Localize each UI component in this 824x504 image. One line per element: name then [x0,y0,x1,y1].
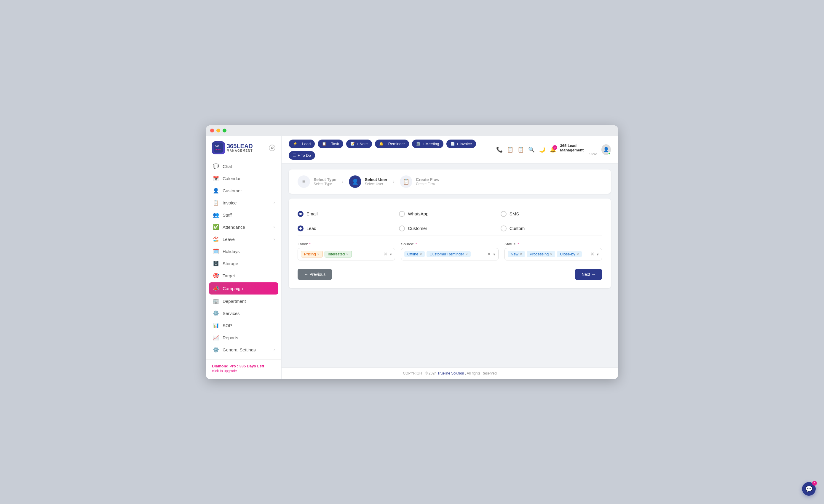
sidebar-item-label: Campaign [223,286,243,291]
sidebar-item-attendance[interactable]: ✅ Attendance › [206,221,281,233]
sidebar-item-leave[interactable]: 🏖️ Leave › [206,233,281,245]
sidebar-item-sop[interactable]: 📊 SOP [206,320,281,332]
storage-icon: 🗄️ [212,260,219,267]
email-option[interactable]: Email [298,211,399,217]
sidebar-item-invoice[interactable]: 📋 Invoice › [206,197,281,209]
services-icon: ⚙️ [212,310,219,317]
tag-close-by-remove[interactable]: × [577,252,579,256]
moon-icon[interactable]: 🌙 [539,146,545,153]
topbar: ⚡ + Lead 📋 + Task 📝 + Note 🔔 + Reminder [282,136,618,163]
sidebar-item-services[interactable]: ⚙️ Services [206,307,281,320]
tag-offline: Offline × [404,251,425,257]
chat-fab-icon: 💬 [805,485,813,492]
status-tag-input[interactable]: New × Processing × Close-by × [505,248,602,260]
avatar[interactable]: 👤 [601,144,611,155]
reminder-label: + Reminder [385,142,405,146]
step-type-icon: ≡ [298,175,310,188]
type-row: Lead Customer Custom [298,221,602,236]
customer-option[interactable]: Customer [399,226,500,231]
sms-label: SMS [510,211,519,216]
todo-icon: ☰ [293,153,296,157]
phone-icon[interactable]: 📞 [496,146,503,153]
minimize-dot[interactable] [216,129,220,132]
notification-badge[interactable]: 🔔 0 [549,146,556,153]
invoice-button[interactable]: 📄 + Invoice [446,140,476,148]
sidebar-item-label: Attendance [223,225,245,230]
sidebar-item-staff[interactable]: 👥 Staff [206,209,281,221]
task-button[interactable]: 📋 + Task [318,140,343,148]
tag-offline-text: Offline [407,252,418,256]
source-clear-icon[interactable]: ✕ [487,251,491,257]
tag-pricing-remove[interactable]: × [317,252,319,256]
tag-close-by: Close-by × [557,251,582,257]
app-window: 365 LEAD 365LEAD MANAGEMENT ⚙ 💬 Chat [206,125,618,379]
step-user-icon: 👤 [349,175,361,188]
upgrade-sub[interactable]: click to upgrade [212,369,275,373]
custom-option[interactable]: Custom [501,226,602,231]
tag-new: New × [508,251,525,257]
meeting-button[interactable]: 🏛️ + Meeting [412,140,443,148]
channel-row: Email WhatsApp SMS [298,207,602,221]
lead-radio[interactable] [298,226,304,231]
search-icon[interactable]: 🔍 [528,146,535,153]
note-button[interactable]: 📝 + Note [346,140,372,148]
label-caret-icon[interactable]: ▾ [390,252,392,257]
chat-fab[interactable]: 💬 0 [802,482,816,496]
tag-offline-remove[interactable]: × [420,252,422,256]
source-caret-icon[interactable]: ▾ [493,252,495,257]
step-flow-title: Create Flow [416,177,439,182]
source-required: * [415,242,417,246]
settings-icon[interactable]: ⚙ [269,145,275,151]
email-label: Email [306,211,318,216]
list-icon[interactable]: 📋 [507,146,513,153]
topbar-right: 📞 📋 📋 🔍 🌙 🔔 0 365 Lead Management Store [496,143,611,156]
sidebar-item-storage[interactable]: 🗄️ Storage [206,257,281,270]
sms-radio[interactable] [501,211,507,217]
sms-option[interactable]: SMS [501,211,602,217]
logo-icon: 365 LEAD [212,141,225,154]
custom-label: Custom [510,226,525,231]
upgrade-text[interactable]: Diamond Pro : 335 Days Left [212,364,275,368]
email-radio[interactable] [298,211,304,217]
tag-interested-remove[interactable]: × [346,252,348,256]
lead-button[interactable]: ⚡ + Lead [289,140,315,148]
whatsapp-radio[interactable] [399,211,405,217]
sidebar-item-department[interactable]: 🏢 Department [206,295,281,307]
next-button[interactable]: Next → [575,269,602,280]
source-tag-input[interactable]: Offline × Customer Reminder × ✕ ▾ [401,248,499,260]
maximize-dot[interactable] [223,129,226,132]
stepper-card: ≡ Select Type Select Type › 👤 Select Use… [289,169,611,194]
whatsapp-option[interactable]: WhatsApp [399,211,500,217]
sidebar-item-general-settings[interactable]: ⚙️ General Settings › [206,344,281,356]
previous-button[interactable]: ← Previous [298,269,332,280]
sidebar-item-chat[interactable]: 💬 Chat [206,160,281,172]
tag-customer-reminder-remove[interactable]: × [466,252,468,256]
label-clear-icon[interactable]: ✕ [384,251,387,257]
label-tag-input[interactable]: Pricing × Interested × ✕ ▾ [298,248,395,260]
tag-interested: Interested × [325,251,352,257]
tag-pricing-text: Pricing [304,252,316,256]
status-caret-icon[interactable]: ▾ [597,252,599,257]
sidebar-item-calendar[interactable]: 📅 Calendar [206,172,281,184]
tag-new-remove[interactable]: × [520,252,522,256]
customer-radio[interactable] [399,226,405,231]
close-dot[interactable] [210,129,214,132]
meeting-label: + Meeting [422,142,439,146]
tag-processing-remove[interactable]: × [550,252,552,256]
source-field-label: Source: * [401,242,499,246]
footer-link[interactable]: Trueline Solution [437,371,464,375]
step-arrow-1: › [342,178,343,184]
reminder-button[interactable]: 🔔 + Reminder [375,140,409,148]
copy-icon[interactable]: 📋 [518,146,524,153]
sidebar-item-holidays[interactable]: 🗓️ Holidays [206,245,281,257]
todo-button[interactable]: ☰ + To Do [289,151,315,160]
sidebar-item-target[interactable]: 🎯 Target [206,270,281,282]
lead-option[interactable]: Lead [298,226,399,231]
sidebar-item-reports[interactable]: 📈 Reports [206,332,281,344]
sidebar-item-campaign[interactable]: 📣 Campaign [209,282,278,294]
step-select-user: 👤 Select User Select User [349,175,387,188]
custom-radio[interactable] [501,226,507,231]
sidebar-item-label: Staff [223,213,232,218]
status-clear-icon[interactable]: ✕ [591,251,594,257]
sidebar-item-customer[interactable]: 👤 Customer [206,184,281,197]
